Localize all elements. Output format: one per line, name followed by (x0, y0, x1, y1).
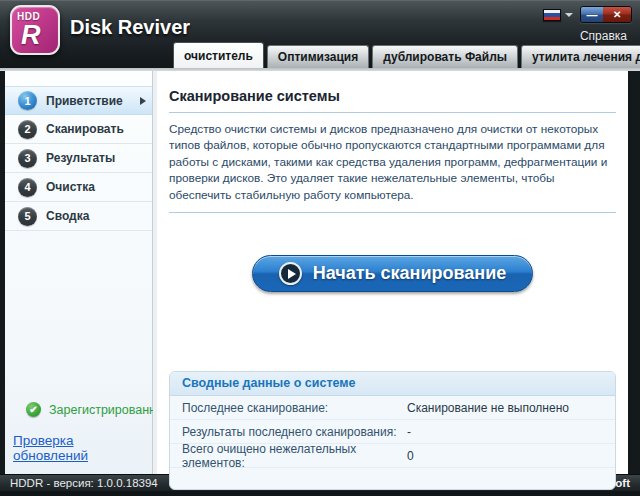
row-label: Результаты последнего сканирования: (182, 425, 407, 439)
play-icon (279, 262, 302, 285)
titlebar: HDD R Disk Reviver — ✕ Справка очистител… (0, 0, 640, 68)
sidebar-item-welcome[interactable]: 1 Приветствие (5, 86, 152, 115)
license-status: ✔ Зарегистрированная (26, 402, 170, 417)
divider (169, 212, 616, 213)
row-label: Всего очищено нежелательных элементов: (182, 442, 407, 470)
row-value: - (407, 425, 411, 439)
app-window: HDD R Disk Reviver — ✕ Справка очистител… (0, 0, 640, 496)
app-title: Disk Reviver (70, 16, 190, 39)
russian-flag-icon (543, 9, 561, 21)
tab-duplicate-files[interactable]: дублировать Файлы (372, 45, 518, 68)
step-number-badge: 5 (18, 207, 37, 226)
step-number-badge: 3 (18, 149, 37, 168)
window-controls: — ✕ (580, 6, 632, 23)
help-link[interactable]: Справка (580, 29, 627, 43)
sidebar: 1 Приветствие 2 Сканировать 3 Результаты… (5, 71, 153, 474)
summary-table-title: Сводные данные о системе (170, 372, 615, 396)
tab-bar: очиститель Оптимизация дублировать Файлы… (173, 42, 640, 68)
sidebar-item-scan[interactable]: 2 Сканировать (5, 115, 152, 144)
sidebar-item-label: Результаты (46, 151, 115, 165)
row-value: 0 (407, 449, 414, 463)
sidebar-item-cleanup[interactable]: 4 Очистка (5, 173, 152, 202)
row-label: Последнее сканирование: (182, 401, 407, 415)
close-button[interactable]: ✕ (603, 7, 631, 22)
table-footer-spacer (170, 468, 615, 489)
tab-disk-repair-utility[interactable]: утилита лечения диска (521, 45, 640, 68)
divider (169, 112, 616, 113)
table-row: Результаты последнего сканирования: - (170, 420, 615, 444)
step-number-badge: 4 (18, 178, 37, 197)
app-body: 1 Приветствие 2 Сканировать 3 Результаты… (0, 71, 640, 474)
sidebar-item-summary[interactable]: 5 Сводка (5, 202, 152, 231)
scan-button-area: Начать сканирование (169, 255, 616, 293)
system-summary-table: Сводные данные о системе Последнее скани… (169, 371, 616, 490)
app-logo-icon: HDD R (10, 5, 60, 55)
description-text: Средство очистки системы и дисков предна… (169, 121, 616, 203)
table-row: Всего очищено нежелательных элементов: 0 (170, 444, 615, 468)
sidebar-item-results[interactable]: 3 Результаты (5, 144, 152, 173)
active-step-arrow-icon (140, 97, 146, 105)
step-number-badge: 1 (18, 91, 37, 110)
row-value: Сканирование не выполнено (407, 401, 569, 415)
version-text: HDDR - версия: 1.0.0.18394 (10, 477, 158, 489)
step-list: 1 Приветствие 2 Сканировать 3 Результаты… (5, 86, 152, 231)
language-selector[interactable] (543, 9, 573, 21)
main-content: Сканирование системы Средство очистки си… (153, 71, 628, 474)
step-number-badge: 2 (18, 120, 37, 139)
sidebar-item-label: Сканировать (46, 122, 124, 136)
check-circle-icon: ✔ (26, 402, 41, 417)
sidebar-item-label: Сводка (46, 209, 89, 223)
page-title: Сканирование системы (169, 88, 616, 104)
tab-cleaner[interactable]: очиститель (173, 42, 264, 68)
table-row: Последнее сканирование: Сканирование не … (170, 396, 615, 420)
start-scan-button[interactable]: Начать сканирование (252, 255, 534, 292)
sidebar-item-label: Приветствие (46, 94, 123, 108)
check-updates-link[interactable]: Проверка обновлений (13, 433, 152, 463)
sidebar-item-label: Очистка (46, 180, 95, 194)
start-scan-label: Начать сканирование (313, 263, 507, 284)
chevron-down-icon (565, 13, 573, 17)
logo-r-glyph: R (12, 22, 58, 48)
minimize-button[interactable]: — (581, 7, 603, 22)
tab-optimization[interactable]: Оптимизация (267, 45, 369, 68)
registered-label: Зарегистрированная (49, 403, 170, 417)
